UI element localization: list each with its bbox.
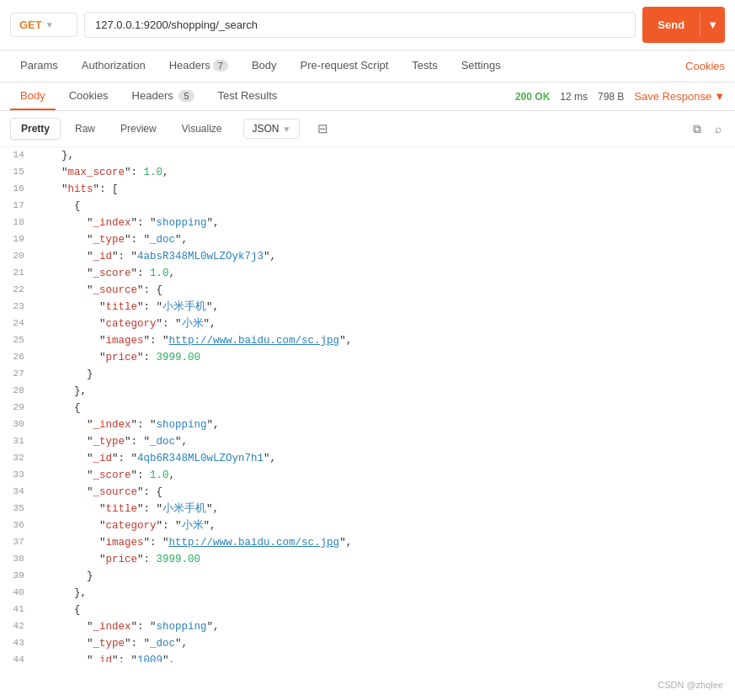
line-content: { bbox=[36, 400, 728, 416]
send-button[interactable]: Send ▼ bbox=[642, 7, 725, 43]
line-content: "_score": 1.0, bbox=[36, 467, 728, 484]
format-bar: Pretty Raw Preview Visualize JSON ▼ ⊟ ⧉ … bbox=[0, 111, 735, 147]
tab-params[interactable]: Params bbox=[10, 50, 68, 82]
fmt-visualize-button[interactable]: Visualize bbox=[171, 118, 233, 140]
subtab-headers[interactable]: Headers 5 bbox=[122, 82, 205, 110]
json-line: 17 { bbox=[0, 198, 735, 215]
line-content: "_type": "_doc", bbox=[36, 231, 728, 248]
json-line: 25 "images": "http://www.baidu.com/sc.jp… bbox=[0, 332, 735, 349]
line-number: 19 bbox=[7, 231, 36, 248]
json-line: 22 "_source": { bbox=[0, 282, 735, 299]
line-number: 39 bbox=[7, 568, 36, 585]
subtab-cookies[interactable]: Cookies bbox=[59, 82, 119, 110]
cookies-link[interactable]: Cookies bbox=[685, 51, 725, 81]
line-number: 17 bbox=[7, 198, 36, 215]
json-line: 39 } bbox=[0, 568, 735, 585]
json-line: 35 "title": "小米手机", bbox=[0, 501, 735, 517]
json-line: 37 "images": "http://www.baidu.com/sc.jp… bbox=[0, 534, 735, 551]
line-number: 44 bbox=[7, 652, 36, 662]
fmt-pretty-button[interactable]: Pretty bbox=[10, 118, 61, 140]
json-format-dropdown-icon: ▼ bbox=[283, 125, 291, 134]
line-number: 22 bbox=[7, 282, 36, 299]
line-number: 30 bbox=[7, 416, 36, 433]
method-select[interactable]: GET ▼ bbox=[10, 13, 77, 37]
line-content: "_type": "_doc", bbox=[36, 635, 728, 652]
line-number: 25 bbox=[7, 332, 36, 349]
line-number: 29 bbox=[7, 400, 36, 416]
json-line: 29 { bbox=[0, 400, 735, 416]
json-line: 28 }, bbox=[0, 383, 735, 400]
subtab-body[interactable]: Body bbox=[10, 82, 56, 110]
json-line: 33 "_score": 1.0, bbox=[0, 467, 735, 484]
line-content: } bbox=[36, 366, 728, 383]
line-number: 28 bbox=[7, 383, 36, 400]
line-content: "_type": "_doc", bbox=[36, 433, 728, 450]
top-nav: Params Authorization Headers7 Body Pre-r… bbox=[0, 50, 735, 82]
line-content: "category": "小米", bbox=[36, 316, 728, 332]
line-content: "category": "小米", bbox=[36, 517, 728, 534]
json-line: 15 "max_score": 1.0, bbox=[0, 164, 735, 181]
line-number: 36 bbox=[7, 517, 36, 534]
line-number: 24 bbox=[7, 316, 36, 332]
send-dropdown-icon[interactable]: ▼ bbox=[700, 13, 725, 37]
status-time: 12 ms bbox=[560, 91, 588, 103]
tab-tests[interactable]: Tests bbox=[402, 50, 447, 82]
status-info: 200 OK 12 ms 798 B Save Response ▼ bbox=[515, 90, 725, 103]
json-line: 26 "price": 3999.00 bbox=[0, 349, 735, 366]
tab-pre-request-script[interactable]: Pre-request Script bbox=[290, 50, 399, 82]
subtab-test-results[interactable]: Test Results bbox=[208, 82, 288, 110]
line-content: }, bbox=[36, 383, 728, 400]
line-number: 43 bbox=[7, 635, 36, 652]
search-button[interactable]: ⌕ bbox=[711, 119, 725, 139]
json-line: 16 "hits": [ bbox=[0, 181, 735, 198]
json-line: 42 "_index": "shopping", bbox=[0, 618, 735, 635]
line-number: 38 bbox=[7, 551, 36, 568]
json-line: 41 { bbox=[0, 602, 735, 618]
line-content: "_source": { bbox=[36, 282, 728, 299]
json-content: 14 },15 "max_score": 1.0,16 "hits": [17 … bbox=[0, 147, 735, 662]
json-line: 31 "_type": "_doc", bbox=[0, 433, 735, 450]
tab-authorization[interactable]: Authorization bbox=[72, 50, 156, 82]
line-content: "_id": "1009", bbox=[36, 652, 728, 662]
sub-nav: Body Cookies Headers 5 Test Results 200 … bbox=[0, 82, 735, 111]
line-number: 32 bbox=[7, 450, 36, 467]
method-dropdown-icon: ▼ bbox=[45, 20, 54, 29]
tab-settings[interactable]: Settings bbox=[451, 50, 511, 82]
fmt-preview-button[interactable]: Preview bbox=[109, 118, 168, 140]
line-content: "price": 3999.00 bbox=[36, 551, 728, 568]
line-number: 23 bbox=[7, 299, 36, 316]
line-content: "images": "http://www.baidu.com/sc.jpg", bbox=[36, 534, 728, 551]
line-content: "_id": "4qb6R348ML0wLZOyn7h1", bbox=[36, 450, 728, 467]
line-content: "images": "http://www.baidu.com/sc.jpg", bbox=[36, 332, 728, 349]
json-line: 43 "_type": "_doc", bbox=[0, 635, 735, 652]
line-number: 41 bbox=[7, 602, 36, 618]
format-bar-actions: ⧉ ⌕ bbox=[690, 119, 725, 140]
line-content: "_index": "shopping", bbox=[36, 416, 728, 433]
line-number: 34 bbox=[7, 484, 36, 501]
tab-headers[interactable]: Headers7 bbox=[159, 50, 238, 82]
line-content: "price": 3999.00 bbox=[36, 349, 728, 366]
line-number: 35 bbox=[7, 501, 36, 517]
line-content: "title": "小米手机", bbox=[36, 299, 728, 316]
line-content: "_index": "shopping", bbox=[36, 618, 728, 635]
line-content: "title": "小米手机", bbox=[36, 501, 728, 517]
line-content: "_index": "shopping", bbox=[36, 215, 728, 231]
line-content: "max_score": 1.0, bbox=[36, 164, 728, 181]
fmt-raw-button[interactable]: Raw bbox=[64, 118, 106, 140]
line-content: "_score": 1.0, bbox=[36, 265, 728, 282]
status-ok: 200 OK bbox=[515, 91, 550, 103]
filter-button[interactable]: ⊟ bbox=[306, 116, 339, 141]
json-line: 14 }, bbox=[0, 147, 735, 164]
json-line: 34 "_source": { bbox=[0, 484, 735, 501]
json-format-selector[interactable]: JSON ▼ bbox=[243, 119, 301, 139]
json-line: 38 "price": 3999.00 bbox=[0, 551, 735, 568]
tab-body[interactable]: Body bbox=[242, 50, 287, 82]
json-line: 30 "_index": "shopping", bbox=[0, 416, 735, 433]
line-content: }, bbox=[36, 147, 728, 164]
copy-button[interactable]: ⧉ bbox=[690, 119, 705, 140]
line-content: "hits": [ bbox=[36, 181, 728, 198]
line-number: 27 bbox=[7, 366, 36, 383]
url-input[interactable] bbox=[84, 12, 636, 38]
save-response-button[interactable]: Save Response ▼ bbox=[634, 90, 725, 103]
status-size: 798 B bbox=[598, 91, 624, 103]
